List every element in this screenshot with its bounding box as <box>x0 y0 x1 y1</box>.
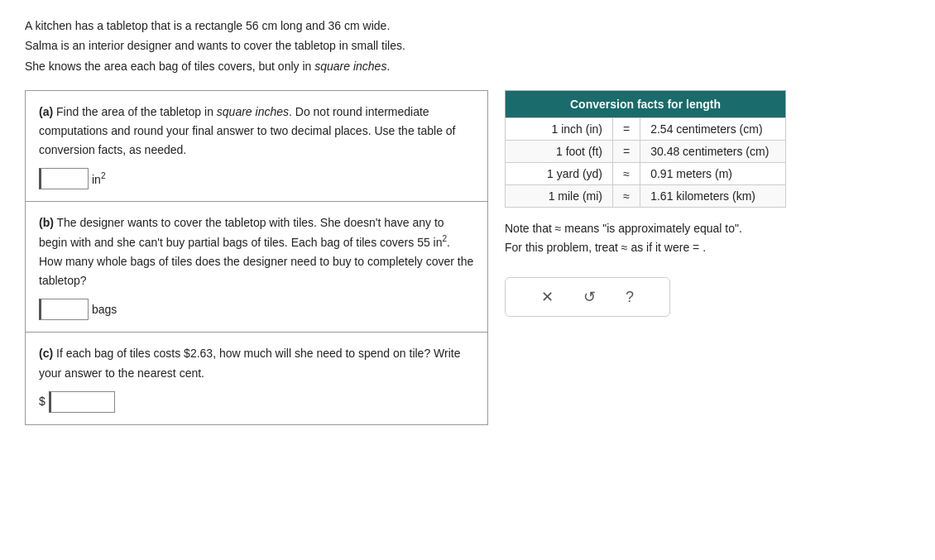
question-a-italic: square inches <box>217 105 289 118</box>
question-b-main: The designer wants to cover the tabletop… <box>39 216 473 287</box>
conversion-table: Conversion facts for length 1 inch (in) … <box>505 90 786 208</box>
question-b-label: (b) <box>39 216 54 229</box>
question-c: (c) If each bag of tiles costs $2.63, ho… <box>25 333 488 424</box>
note-section: Note that ≈ means "is approximately equa… <box>505 219 910 257</box>
intro-line3: She knows the area each bag of tiles cov… <box>25 57 910 75</box>
intro-line3-before: She knows the area each bag of tiles cov… <box>25 60 314 73</box>
question-c-main: If each bag of tiles costs $2.63, how mu… <box>39 347 460 379</box>
intro-line3-after: . <box>386 60 390 73</box>
question-c-label: (c) <box>39 347 53 360</box>
question-b-input[interactable] <box>39 299 89 320</box>
question-b-answer-row: bags <box>39 299 474 320</box>
question-a-label: (a) <box>39 105 53 118</box>
conversion-row: 1 foot (ft) = 30.48 centimeters (cm) <box>506 141 786 163</box>
question-a: (a) Find the area of the tabletop in squ… <box>25 90 488 202</box>
intro-line1: A kitchen has a tabletop that is a recta… <box>25 17 910 35</box>
conversion-right: 0.91 meters (m) <box>640 163 786 185</box>
conversion-right: 1.61 kilometers (km) <box>640 185 786 208</box>
question-c-text: (c) If each bag of tiles costs $2.63, ho… <box>39 344 474 382</box>
note-line2: For this problem, treat ≈ as if it were … <box>505 238 910 257</box>
conversion-sym: = <box>613 141 640 163</box>
conversion-sym: = <box>613 118 640 141</box>
conversion-sym: ≈ <box>613 185 640 208</box>
conversion-sym: ≈ <box>613 163 640 185</box>
question-b: (b) The designer wants to cover the tabl… <box>25 202 488 333</box>
note-approx-sym2: ≈ <box>621 241 628 254</box>
conversion-row: 1 mile (mi) ≈ 1.61 kilometers (km) <box>506 185 786 208</box>
question-b-text: (b) The designer wants to cover the tabl… <box>39 213 474 290</box>
intro-section: A kitchen has a tabletop that is a recta… <box>25 17 910 75</box>
note-line2-before: For this problem, treat <box>505 241 621 254</box>
conversion-left: 1 yard (yd) <box>506 163 613 185</box>
question-c-input[interactable] <box>49 391 115 413</box>
main-layout: (a) Find the area of the tabletop in squ… <box>25 90 910 425</box>
question-a-sup: 2 <box>101 171 106 180</box>
conversion-table-header: Conversion facts for length <box>506 91 786 118</box>
undo-button[interactable]: ↺ <box>580 286 599 308</box>
note-line1-before: Note that <box>505 222 555 235</box>
question-a-answer-row: in2 <box>39 168 474 189</box>
note-line1: Note that ≈ means "is approximately equa… <box>505 219 910 238</box>
question-a-before: Find the area of the tabletop in <box>56 105 217 118</box>
conversion-left: 1 inch (in) <box>506 118 613 141</box>
conversion-row: 1 yard (yd) ≈ 0.91 meters (m) <box>506 163 786 185</box>
conversion-right: 2.54 centimeters (cm) <box>640 118 786 141</box>
conversion-right: 30.48 centimeters (cm) <box>640 141 786 163</box>
help-button[interactable]: ? <box>622 287 637 308</box>
conversion-left: 1 mile (mi) <box>506 185 613 208</box>
question-a-unit: in2 <box>92 170 105 189</box>
conversion-left: 1 foot (ft) <box>506 141 613 163</box>
right-column: Conversion facts for length 1 inch (in) … <box>505 90 910 317</box>
bottom-toolbar: ✕ ↺ ? <box>505 277 670 317</box>
question-b-sup: 2 <box>443 235 448 244</box>
conversion-row: 1 inch (in) = 2.54 centimeters (cm) <box>506 118 786 141</box>
questions-column: (a) Find the area of the tabletop in squ… <box>25 90 488 425</box>
question-b-unit: bags <box>92 300 117 319</box>
question-c-answer-row: $ <box>39 391 474 413</box>
question-a-text: (a) Find the area of the tabletop in squ… <box>39 103 474 160</box>
note-line1-after: means "is approximately equal to". <box>561 222 742 235</box>
close-button[interactable]: ✕ <box>538 286 557 308</box>
note-line2-after: as if it were = . <box>628 241 707 254</box>
intro-line2: Salma is an interior designer and wants … <box>25 36 910 55</box>
question-a-input[interactable] <box>39 168 89 189</box>
question-c-dollar: $ <box>39 392 46 411</box>
intro-line3-italic: square inches <box>314 60 386 73</box>
